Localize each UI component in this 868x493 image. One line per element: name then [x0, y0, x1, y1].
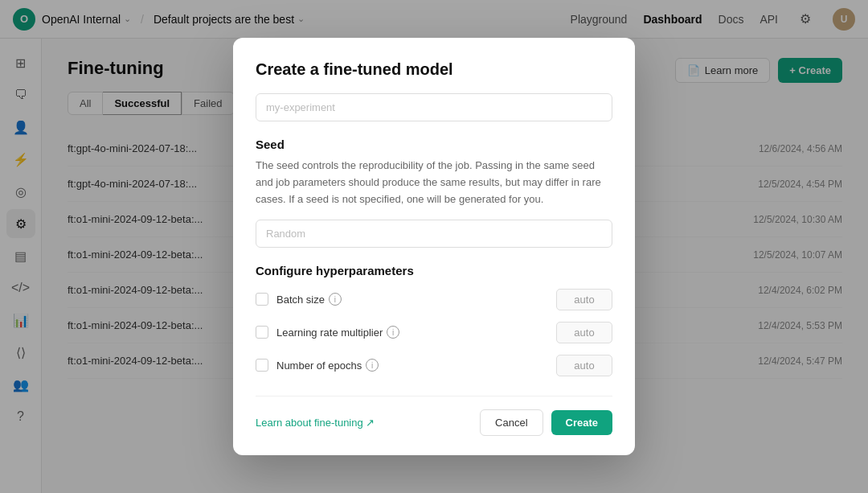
- seed-section: Seed The seed controls the reproducibili…: [256, 138, 612, 263]
- modal-footer: Learn about fine-tuning ↗ Cancel Create: [256, 396, 612, 436]
- create-model-modal: Create a fine-tuned model Seed The seed …: [233, 38, 635, 454]
- seed-title: Seed: [256, 138, 612, 151]
- hyperparam-lr: Learning rate multiplier i auto: [256, 322, 612, 343]
- epochs-checkbox[interactable]: [256, 359, 268, 372]
- cancel-button[interactable]: Cancel: [480, 409, 542, 436]
- batch-size-value: auto: [556, 289, 612, 310]
- hyperparam-epochs: Number of epochs i auto: [256, 355, 612, 376]
- batch-size-info-icon[interactable]: i: [329, 293, 342, 306]
- batch-size-label-text: Batch size: [276, 294, 325, 306]
- hyperparam-batch-size: Batch size i auto: [256, 289, 612, 310]
- epochs-label-text: Number of epochs: [276, 359, 362, 372]
- modal-actions: Cancel Create: [480, 409, 612, 436]
- modal-overlay[interactable]: Create a fine-tuned model Seed The seed …: [0, 0, 868, 493]
- lr-value: auto: [556, 322, 612, 343]
- modal-create-button[interactable]: Create: [551, 410, 612, 435]
- hyperparams-section: Configure hyperparameters Batch size i a…: [256, 264, 612, 376]
- seed-input[interactable]: [256, 220, 612, 248]
- hyperparam-title: Configure hyperparameters: [256, 264, 612, 277]
- batch-size-checkbox[interactable]: [256, 293, 268, 306]
- seed-description: The seed controls the reproducibility of…: [256, 158, 612, 207]
- lr-info-icon[interactable]: i: [387, 326, 399, 339]
- lr-label: Learning rate multiplier i: [276, 326, 548, 339]
- model-name-input[interactable]: [256, 93, 612, 121]
- learn-fine-tuning-link[interactable]: Learn about fine-tuning ↗: [256, 417, 375, 429]
- modal-title: Create a fine-tuned model: [256, 60, 612, 79]
- epochs-value: auto: [556, 355, 612, 376]
- batch-size-label: Batch size i: [276, 293, 548, 306]
- lr-label-text: Learning rate multiplier: [276, 327, 383, 339]
- lr-checkbox[interactable]: [256, 326, 268, 339]
- epochs-info-icon[interactable]: i: [366, 359, 379, 372]
- epochs-label: Number of epochs i: [276, 359, 548, 372]
